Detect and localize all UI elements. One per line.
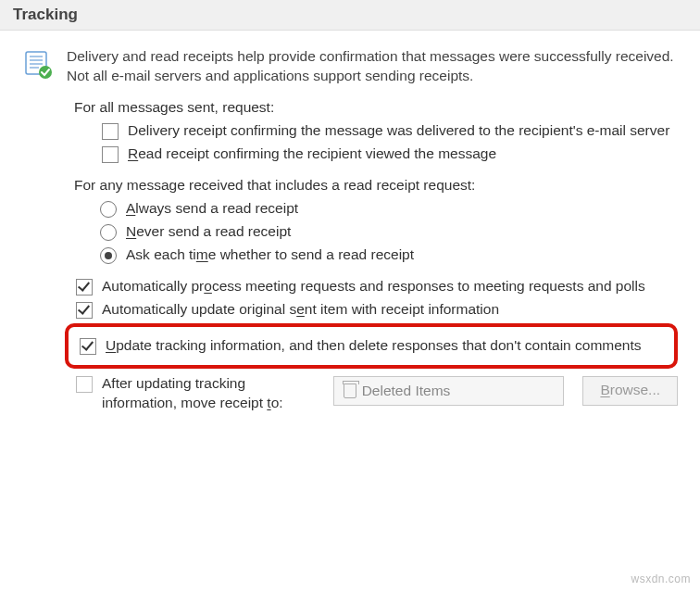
move-receipt-checkbox[interactable] [76, 376, 93, 393]
tracking-content: Delivery and read receipts help provide … [0, 31, 700, 434]
radio-ask-label: Ask each time whether to send a read rec… [126, 245, 678, 265]
section-title: Tracking [13, 6, 78, 23]
section-header: Tracking [0, 0, 700, 31]
intro-text: Delivery and read receipts help provide … [67, 47, 678, 86]
read-receipt-checkbox[interactable] [102, 146, 119, 163]
intro-row: Delivery and read receipts help provide … [22, 47, 678, 86]
radio-always-label: Always send a read receipt [126, 199, 678, 219]
browse-button[interactable]: Browse... [582, 376, 678, 406]
folder-name: Deleted Items [362, 383, 451, 399]
auto-process-label: Automatically process meeting requests a… [102, 277, 678, 296]
move-receipt-label: After updating tracking information, mov… [102, 374, 324, 413]
auto-process-option[interactable]: Automatically process meeting requests a… [76, 277, 678, 296]
update-tracking-label: Update tracking information, and then de… [106, 336, 667, 356]
update-tracking-checkbox[interactable] [80, 338, 96, 355]
radio-ask-option[interactable]: Ask each time whether to send a read rec… [100, 245, 678, 265]
radio-always-option[interactable]: Always send a read receipt [100, 199, 678, 219]
delivery-receipt-checkbox[interactable] [102, 123, 119, 140]
trash-icon [344, 384, 356, 398]
delivery-receipt-option[interactable]: Delivery receipt confirming the message … [102, 121, 678, 141]
radio-never-option[interactable]: Never send a read receipt [100, 222, 678, 242]
auto-update-checkbox[interactable] [76, 302, 93, 319]
radio-never[interactable] [100, 224, 117, 241]
highlighted-option: Update tracking information, and then de… [65, 323, 678, 369]
read-receipt-option[interactable]: Read receipt confirming the recipient vi… [102, 145, 678, 164]
request-header: For all messages sent, request: [74, 99, 678, 116]
radio-never-label: Never send a read receipt [126, 222, 678, 242]
update-tracking-option[interactable]: Update tracking information, and then de… [80, 336, 667, 356]
auto-update-option[interactable]: Automatically update original sent item … [76, 300, 678, 320]
read-receipt-label: Read receipt confirming the recipient vi… [128, 145, 678, 164]
delivery-receipt-label: Delivery receipt confirming the message … [128, 121, 678, 141]
receipt-icon [22, 49, 54, 81]
auto-update-label: Automatically update original sent item … [102, 300, 678, 320]
radio-always[interactable] [100, 201, 117, 218]
received-header: For any message received that includes a… [74, 177, 678, 194]
auto-process-checkbox[interactable] [76, 279, 93, 296]
watermark: wsxdn.com [631, 572, 691, 585]
folder-display: Deleted Items [333, 376, 565, 406]
move-receipt-row: After updating tracking information, mov… [76, 374, 678, 413]
radio-ask[interactable] [100, 247, 117, 264]
